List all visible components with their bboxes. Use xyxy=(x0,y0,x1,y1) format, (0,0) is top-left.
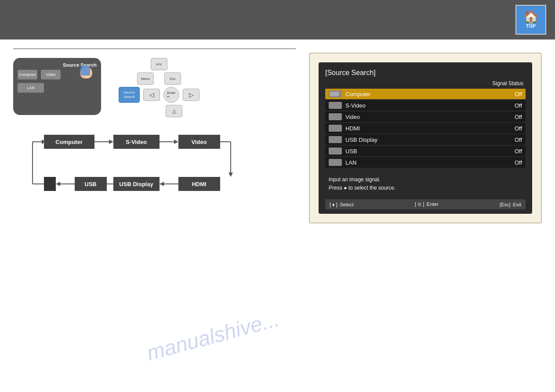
left-panel: Source Search Computer Video LAN xyxy=(13,48,296,383)
hv-btn[interactable]: H/V xyxy=(151,58,167,70)
usbdisplay-source-name: USB Display xyxy=(345,137,515,143)
usbdisplay-source-status: Off xyxy=(515,137,522,143)
flow-diagram: Computer S-Video Video xyxy=(13,130,296,194)
volume-down-btn[interactable]: ◁ xyxy=(143,89,160,101)
arrowhead-2 xyxy=(174,140,178,144)
house-icon: 🏠 xyxy=(523,11,539,23)
footer-select-hint: [ ♦ ] :Select xyxy=(330,202,354,207)
source-item-computer[interactable]: Computer Off xyxy=(325,89,526,99)
remote-area: Source Search Computer Video LAN xyxy=(13,58,296,117)
menu-btn[interactable]: Menu xyxy=(137,72,154,85)
source-search-ctrl-btn[interactable]: SourceSearch xyxy=(119,87,140,103)
enter-btn[interactable]: Enter↵ xyxy=(163,87,179,103)
hdmi-flow-label: HDMI xyxy=(192,181,206,187)
lan-btn[interactable]: LAN xyxy=(18,83,44,93)
svideo-flow-label: S-Video xyxy=(126,139,147,145)
right-panel: [Source Search] Signal Status Computer O… xyxy=(309,48,542,383)
watermark: manualshive... xyxy=(144,307,282,365)
arrowhead-4 xyxy=(160,182,164,186)
source-search-highlight xyxy=(80,66,90,76)
lan-source-status: Off xyxy=(515,159,522,166)
source-item-svideo[interactable]: S-Video Off xyxy=(325,100,526,111)
info-line2: ·Press ● to select the source. xyxy=(327,184,523,192)
video-source-status: Off xyxy=(515,114,522,120)
ctrl-row-3: SourceSearch ◁ Enter↵ ▷ xyxy=(119,87,200,103)
usb-source-status: Off xyxy=(515,148,522,155)
usb-source-icon xyxy=(329,147,342,155)
hv-label: H/V xyxy=(156,62,162,66)
dialog-info: ·Input an image signal. ·Press ● to sele… xyxy=(325,172,526,196)
divider xyxy=(13,48,296,49)
footer-enter-hint: [ ⊙ ] :Enter xyxy=(415,201,439,207)
arrowhead-1 xyxy=(109,140,113,144)
svideo-source-status: Off xyxy=(515,102,522,109)
source-item-lan[interactable]: LAN Off xyxy=(325,157,526,168)
dialog-footer: [ ♦ ] :Select [ ⊙ ] :Enter [Esc] :Exit xyxy=(325,199,526,209)
usbdisplay-source-icon xyxy=(329,136,342,143)
esc-btn[interactable]: Esc xyxy=(164,72,181,85)
source-item-usb[interactable]: USB Off xyxy=(325,146,526,156)
info-line1: ·Input an image signal. xyxy=(327,176,523,184)
header: 🏠 TOP xyxy=(0,0,555,40)
dialog-title: [Source Search] xyxy=(325,69,526,77)
footer-esc-hint: [Esc] :Exit xyxy=(500,202,521,207)
flow-svg: Computer S-Video Video xyxy=(13,130,286,192)
lan-source-icon xyxy=(329,159,342,166)
usb-source-name: USB xyxy=(345,148,515,155)
computer-source-icon xyxy=(329,90,342,97)
lan-source-name: LAN xyxy=(345,159,515,166)
computer-btn[interactable]: Computer xyxy=(18,70,37,79)
esc-label: Esc xyxy=(170,77,175,81)
signal-status-header: Signal Status xyxy=(325,80,526,86)
video-source-name: Video xyxy=(345,114,515,120)
video-btn[interactable]: Video xyxy=(41,70,61,79)
usb-flow-label: USB xyxy=(84,181,96,187)
usbdisplay-flow-label: USB Display xyxy=(119,181,153,187)
source-item-hdmi[interactable]: HDMI Off xyxy=(325,123,526,133)
volume-up-btn[interactable]: ▷ xyxy=(183,89,200,101)
lan-back-flow-node xyxy=(44,177,56,191)
ctrl-row-2: Menu Esc xyxy=(137,72,181,85)
keystone-btn[interactable]: △ xyxy=(166,105,182,117)
video-source-icon xyxy=(329,113,342,120)
hdmi-source-icon xyxy=(329,125,342,132)
ctrl-row-4: △ xyxy=(136,105,182,117)
ctrl-row-1: H/V xyxy=(131,58,188,70)
video-flow-label: Video xyxy=(191,139,207,145)
hdmi-source-status: Off xyxy=(515,125,522,132)
remote-device: Source Search Computer Video LAN xyxy=(13,58,101,115)
control-buttons-panel: H/V Menu Esc SourceSearch ◁ Enter xyxy=(119,58,200,117)
source-item-usbdisplay[interactable]: USB Display Off xyxy=(325,134,526,145)
menu-label: Menu xyxy=(141,77,150,81)
computer-flow-label: Computer xyxy=(55,139,82,145)
svideo-source-name: S-Video xyxy=(345,102,515,109)
source-search-dialog: [Source Search] Signal Status Computer O… xyxy=(309,53,542,223)
top-button[interactable]: 🏠 TOP xyxy=(515,5,546,35)
source-item-video[interactable]: Video Off xyxy=(325,111,526,122)
top-label: TOP xyxy=(526,23,536,29)
hdmi-source-name: HDMI xyxy=(345,125,515,132)
svideo-source-icon xyxy=(329,102,342,109)
arrowhead-3 xyxy=(229,173,233,177)
computer-source-status: Off xyxy=(515,91,522,97)
arrowhead-6 xyxy=(56,182,60,186)
computer-source-name: Computer xyxy=(345,91,515,97)
dialog-inner: [Source Search] Signal Status Computer O… xyxy=(319,62,532,214)
main-content: Source Search Computer Video LAN xyxy=(0,40,555,392)
